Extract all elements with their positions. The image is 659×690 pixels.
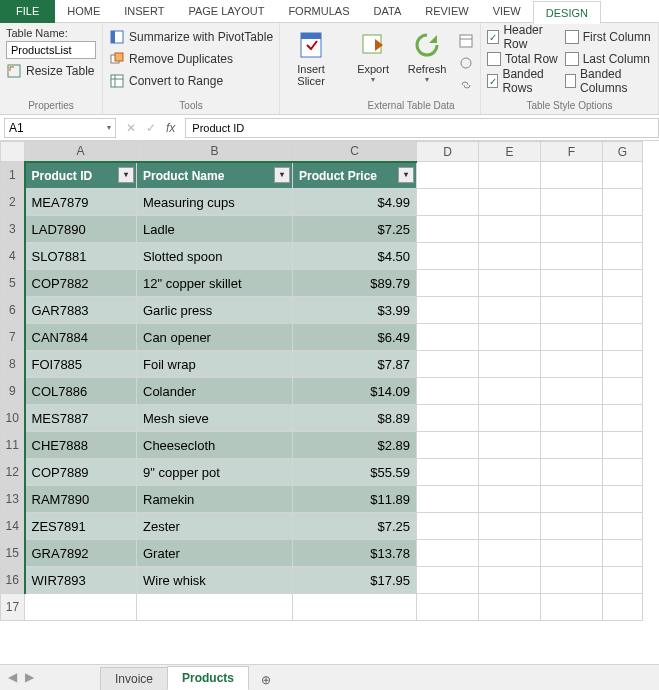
select-all-corner[interactable]	[1, 142, 25, 162]
cell-name[interactable]: Zester	[137, 513, 293, 540]
cell-price[interactable]: $7.87	[293, 351, 417, 378]
row-9[interactable]: 9	[1, 378, 25, 405]
cell-id[interactable]: GAR7883	[25, 297, 137, 324]
cell-price[interactable]: $11.89	[293, 486, 417, 513]
unlink-icon[interactable]	[458, 77, 474, 93]
cell-price[interactable]: $4.99	[293, 189, 417, 216]
header-price[interactable]: Product Price▾	[293, 162, 417, 189]
cell-price[interactable]: $4.50	[293, 243, 417, 270]
cell-price[interactable]: $13.78	[293, 540, 417, 567]
cell-id[interactable]: WIR7893	[25, 567, 137, 594]
row-14[interactable]: 14	[1, 513, 25, 540]
row-3[interactable]: 3	[1, 216, 25, 243]
cell-name[interactable]: Colander	[137, 378, 293, 405]
tab-formulas[interactable]: FORMULAS	[276, 0, 361, 23]
row-15[interactable]: 15	[1, 540, 25, 567]
spreadsheet-grid[interactable]: A B C D E F G 1 Product ID▾ Product Name…	[0, 141, 659, 664]
tab-home[interactable]: HOME	[55, 0, 112, 23]
cell-name[interactable]: Ramekin	[137, 486, 293, 513]
resize-table-button[interactable]: Resize Table	[6, 61, 96, 81]
cell-id[interactable]: COP7889	[25, 459, 137, 486]
row-8[interactable]: 8	[1, 351, 25, 378]
cancel-icon[interactable]: ✕	[126, 121, 136, 135]
first-column-check[interactable]: First Column	[565, 27, 652, 47]
header-row-check[interactable]: ✓Header Row	[487, 27, 561, 47]
row-12[interactable]: 12	[1, 459, 25, 486]
row-4[interactable]: 4	[1, 243, 25, 270]
cell-price[interactable]: $89.79	[293, 270, 417, 297]
cell-name[interactable]: Wire whisk	[137, 567, 293, 594]
scroll-right-icon[interactable]: ▶	[25, 670, 34, 684]
filter-button-icon[interactable]: ▾	[274, 167, 290, 183]
cell-price[interactable]: $6.49	[293, 324, 417, 351]
cell-id[interactable]: CAN7884	[25, 324, 137, 351]
insert-slicer-button[interactable]: Insert Slicer	[286, 27, 336, 98]
cell-id[interactable]: FOI7885	[25, 351, 137, 378]
cell-id[interactable]: GRA7892	[25, 540, 137, 567]
tab-data[interactable]: DATA	[362, 0, 414, 23]
row-11[interactable]: 11	[1, 432, 25, 459]
cell-name[interactable]: Cheesecloth	[137, 432, 293, 459]
open-browser-icon[interactable]	[458, 55, 474, 71]
name-box[interactable]: A1 ▾	[4, 118, 116, 138]
cell-price[interactable]: $7.25	[293, 216, 417, 243]
cell-id[interactable]: RAM7890	[25, 486, 137, 513]
tab-design[interactable]: DESIGN	[533, 1, 601, 24]
col-D[interactable]: D	[417, 142, 479, 162]
col-E[interactable]: E	[479, 142, 541, 162]
banded-columns-check[interactable]: Banded Columns	[565, 71, 652, 91]
tab-insert[interactable]: INSERT	[112, 0, 176, 23]
col-C[interactable]: C	[293, 142, 417, 162]
cell-price[interactable]: $3.99	[293, 297, 417, 324]
cell-id[interactable]: MEA7879	[25, 189, 137, 216]
col-B[interactable]: B	[137, 142, 293, 162]
cell-name[interactable]: Grater	[137, 540, 293, 567]
cell-name[interactable]: Mesh sieve	[137, 405, 293, 432]
formula-input[interactable]: Product ID	[185, 118, 659, 138]
cell-name[interactable]: 9" copper pot	[137, 459, 293, 486]
table-name-input[interactable]	[6, 41, 96, 59]
cell-price[interactable]: $2.89	[293, 432, 417, 459]
cell-name[interactable]: 12" copper skillet	[137, 270, 293, 297]
tab-file[interactable]: FILE	[0, 0, 55, 23]
cell-price[interactable]: $7.25	[293, 513, 417, 540]
cell-id[interactable]: ZES7891	[25, 513, 137, 540]
sheet-invoice[interactable]: Invoice	[100, 667, 168, 690]
tab-page-layout[interactable]: PAGE LAYOUT	[176, 0, 276, 23]
row-2[interactable]: 2	[1, 189, 25, 216]
export-button[interactable]: Export ▾	[348, 27, 398, 98]
cell-id[interactable]: MES7887	[25, 405, 137, 432]
refresh-button[interactable]: Refresh ▾	[402, 27, 452, 98]
cell-id[interactable]: LAD7890	[25, 216, 137, 243]
cell-name[interactable]: Measuring cups	[137, 189, 293, 216]
col-A[interactable]: A	[25, 142, 137, 162]
fx-icon[interactable]: fx	[166, 121, 175, 135]
row-16[interactable]: 16	[1, 567, 25, 594]
col-G[interactable]: G	[603, 142, 643, 162]
tab-review[interactable]: REVIEW	[413, 0, 480, 23]
col-F[interactable]: F	[541, 142, 603, 162]
row-6[interactable]: 6	[1, 297, 25, 324]
convert-range-button[interactable]: Convert to Range	[109, 71, 273, 91]
row-5[interactable]: 5	[1, 270, 25, 297]
cell-id[interactable]: SLO7881	[25, 243, 137, 270]
cell-id[interactable]: CHE7888	[25, 432, 137, 459]
last-column-check[interactable]: Last Column	[565, 49, 652, 69]
filter-button-icon[interactable]: ▾	[398, 167, 414, 183]
header-id[interactable]: Product ID▾	[25, 162, 137, 189]
cell-price[interactable]: $17.95	[293, 567, 417, 594]
new-sheet-button[interactable]: ⊕	[254, 670, 278, 690]
cell-price[interactable]: $8.89	[293, 405, 417, 432]
banded-rows-check[interactable]: ✓Banded Rows	[487, 71, 561, 91]
cell-price[interactable]: $55.59	[293, 459, 417, 486]
summarize-pivot-button[interactable]: Summarize with PivotTable	[109, 27, 273, 47]
filter-button-icon[interactable]: ▾	[118, 167, 134, 183]
remove-duplicates-button[interactable]: Remove Duplicates	[109, 49, 273, 69]
cell-name[interactable]: Garlic press	[137, 297, 293, 324]
cell-name[interactable]: Slotted spoon	[137, 243, 293, 270]
row-7[interactable]: 7	[1, 324, 25, 351]
row-13[interactable]: 13	[1, 486, 25, 513]
sheet-products[interactable]: Products	[167, 666, 249, 690]
scroll-left-icon[interactable]: ◀	[8, 670, 17, 684]
row-10[interactable]: 10	[1, 405, 25, 432]
